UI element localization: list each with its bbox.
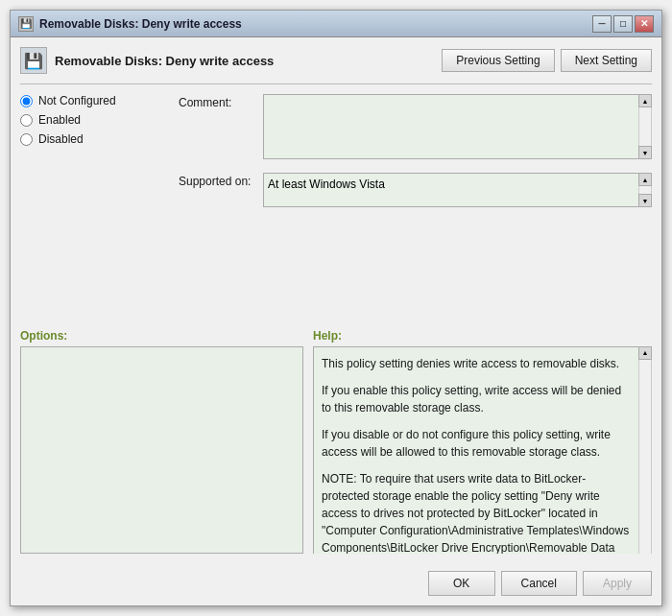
help-wrapper: This policy setting denies write access … [313, 346, 652, 555]
apply-button[interactable]: Apply [583, 571, 652, 596]
ok-button[interactable]: OK [428, 571, 495, 596]
help-paragraph-3: If you disable or do not configure this … [322, 426, 631, 461]
radio-enabled-label: Enabled [38, 113, 81, 127]
comment-scrollbar: ▲ ▼ [638, 94, 652, 159]
radio-group: Not Configured Enabled Disabled [20, 94, 179, 146]
help-panel: Help: This policy setting denies write a… [313, 329, 652, 555]
comment-section: Comment: ▲ ▼ [179, 94, 652, 159]
radio-enabled[interactable]: Enabled [20, 113, 179, 127]
comment-scroll-track [638, 107, 652, 146]
radio-not-configured-input[interactable] [20, 95, 33, 107]
options-label: Options: [20, 329, 303, 343]
options-panel: Options: [20, 329, 303, 555]
header-row: 💾 Removable Disks: Deny write access Pre… [20, 47, 652, 74]
title-bar-text: Removable Disks: Deny write access [39, 17, 592, 31]
cancel-button[interactable]: Cancel [501, 571, 577, 596]
supported-scroll-down[interactable]: ▼ [638, 194, 652, 207]
help-scrollbar: ▲ ▼ [638, 346, 652, 555]
options-content [21, 347, 302, 554]
header-left: 💾 Removable Disks: Deny write access [20, 47, 274, 74]
header-buttons: Previous Setting Next Setting [442, 49, 652, 72]
radio-disabled[interactable]: Disabled [20, 132, 179, 146]
supported-scroll-track [638, 186, 652, 194]
dialog-window: 💾 Removable Disks: Deny write access ─ □… [10, 10, 662, 606]
help-label: Help: [313, 329, 652, 343]
help-paragraph-4: NOTE: To require that users write data t… [322, 470, 631, 555]
radio-disabled-input[interactable] [20, 133, 33, 146]
title-bar-icon: 💾 [18, 16, 34, 32]
supported-scrollbar: ▲ ▼ [638, 173, 652, 207]
help-scroll-track [638, 360, 652, 555]
minimize-button[interactable]: ─ [592, 15, 612, 33]
title-bar-buttons: ─ □ ✕ [592, 15, 654, 33]
comment-scroll-down[interactable]: ▼ [638, 146, 652, 159]
help-scroll-up[interactable]: ▲ [638, 346, 652, 360]
header-icon-glyph: 💾 [24, 52, 43, 70]
title-bar: 💾 Removable Disks: Deny write access ─ □… [11, 11, 661, 37]
main-area: Not Configured Enabled Disabled Comm [20, 94, 652, 320]
next-setting-button[interactable]: Next Setting [561, 49, 652, 72]
header-icon: 💾 [20, 47, 47, 74]
header-separator [20, 83, 652, 84]
footer: OK Cancel Apply [11, 563, 661, 605]
options-box [20, 346, 303, 555]
help-paragraph-2: If you enable this policy setting, write… [322, 382, 631, 416]
comment-label: Comment: [179, 94, 255, 109]
right-panel: Comment: ▲ ▼ Supported on: At least [179, 94, 652, 320]
supported-section: Supported on: At least Windows Vista ▲ ▼ [179, 173, 652, 207]
left-panel: Not Configured Enabled Disabled [20, 94, 179, 320]
supported-value: At least Windows Vista [263, 173, 638, 207]
help-content: This policy setting denies write access … [313, 346, 638, 555]
radio-not-configured-label: Not Configured [38, 94, 116, 107]
supported-wrapper: At least Windows Vista ▲ ▼ [263, 173, 652, 207]
supported-scroll-up[interactable]: ▲ [638, 173, 652, 186]
comment-scroll-up[interactable]: ▲ [638, 94, 652, 107]
comment-textarea[interactable] [263, 94, 638, 159]
previous-setting-button[interactable]: Previous Setting [442, 49, 554, 72]
comment-wrapper: ▲ ▼ [263, 94, 652, 159]
bottom-area: Options: Help: This policy setting denie… [20, 329, 652, 555]
supported-label: Supported on: [179, 173, 255, 188]
maximize-button[interactable]: □ [613, 15, 633, 33]
radio-enabled-input[interactable] [20, 114, 33, 127]
dialog-content: 💾 Removable Disks: Deny write access Pre… [11, 37, 661, 563]
radio-not-configured[interactable]: Not Configured [20, 94, 179, 107]
radio-disabled-label: Disabled [38, 132, 84, 146]
title-icon-glyph: 💾 [20, 18, 32, 29]
help-paragraph-1: This policy setting denies write access … [322, 355, 631, 372]
close-button[interactable]: ✕ [635, 15, 654, 33]
header-title: Removable Disks: Deny write access [55, 54, 274, 68]
